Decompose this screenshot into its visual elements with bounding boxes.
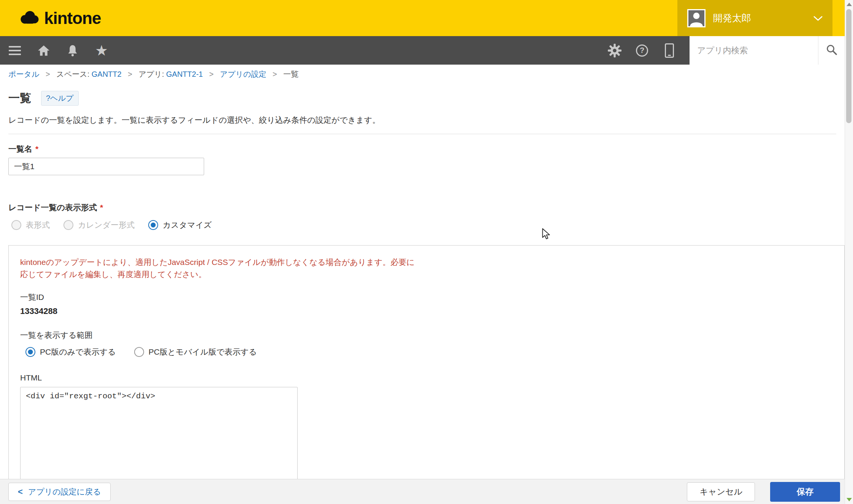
breadcrumb-current: 一覧 [283, 70, 298, 78]
notification-bell-icon[interactable] [65, 43, 80, 58]
divider [8, 134, 836, 134]
html-label: HTML [20, 373, 833, 382]
app-header: kintone 開発太郎 [0, 0, 845, 36]
favorite-star-icon[interactable]: ★ [94, 43, 109, 58]
mouse-cursor [541, 228, 553, 242]
radio-pc-only[interactable]: PC版のみで表示する [25, 347, 116, 357]
breadcrumb-portal[interactable]: ポータル [8, 70, 39, 78]
chevron-down-icon [813, 16, 823, 23]
customize-panel: kintoneのアップデートにより、適用したJavaScript / CSSファ… [8, 245, 845, 504]
cancel-button[interactable]: キャンセル [687, 482, 755, 501]
breadcrumb: ポータル > スペース: GANTT2 > アプリ: GANTT2-1 > アプ… [8, 69, 298, 79]
avatar [687, 9, 706, 27]
breadcrumb-space-link[interactable]: GANTT2 [92, 70, 122, 78]
scroll-up-arrow-icon[interactable] [847, 3, 852, 6]
save-button[interactable]: 保存 [770, 482, 840, 502]
global-toolbar: ★ ? [0, 36, 845, 65]
page-description: レコードの一覧を設定します。一覧に表示するフィールドの選択や、絞り込み条件の設定… [8, 115, 380, 125]
home-icon[interactable] [36, 43, 51, 58]
html-textarea[interactable]: <div id="rexgt-root"></div> [20, 387, 298, 485]
display-scope-label: 一覧を表示する範囲 [20, 330, 833, 341]
radio-circle [25, 347, 35, 357]
radio-circle [63, 220, 73, 230]
update-warning: kintoneのアップデートにより、適用したJavaScript / CSSファ… [20, 256, 833, 281]
hamburger-menu-icon[interactable] [8, 43, 22, 58]
display-scope-options: PC版のみで表示する PC版とモバイル版で表示する [25, 347, 833, 357]
scrollbar-thumb[interactable] [846, 9, 851, 123]
user-menu[interactable]: 開発太郎 [677, 0, 832, 36]
settings-gear-icon[interactable] [607, 43, 622, 58]
help-icon[interactable]: ? [635, 43, 649, 58]
display-format-label: レコード一覧の表示形式* [8, 202, 103, 213]
required-mark: * [100, 203, 103, 212]
list-name-label: 一覧名* [8, 144, 38, 154]
display-format-options: 表形式 カレンダー形式 カスタマイズ [11, 220, 212, 230]
action-bar: < アプリの設定に戻る キャンセル 保存 [0, 479, 845, 504]
search-button[interactable] [818, 36, 845, 65]
back-to-settings-button[interactable]: < アプリの設定に戻る [8, 483, 111, 501]
radio-circle [148, 220, 158, 230]
radio-circle [11, 220, 21, 230]
vertical-scrollbar[interactable] [845, 0, 853, 504]
radio-table-format[interactable]: 表形式 [11, 220, 50, 230]
required-mark: * [35, 144, 38, 153]
breadcrumb-app-prefix: アプリ: [138, 70, 166, 78]
radio-customize-format[interactable]: カスタマイズ [148, 220, 212, 230]
cloud-logo-icon [20, 11, 40, 26]
search-icon [826, 44, 838, 57]
radio-calendar-format[interactable]: カレンダー形式 [63, 220, 135, 230]
page-title: 一覧 [8, 90, 31, 106]
list-id-label: 一覧ID [20, 292, 833, 303]
search-input[interactable] [690, 36, 818, 65]
breadcrumb-app-settings[interactable]: アプリの設定 [220, 70, 266, 78]
logo-text: kintone [44, 9, 101, 28]
app-search [690, 36, 845, 65]
radio-pc-and-mobile[interactable]: PC版とモバイル版で表示する [134, 347, 257, 357]
breadcrumb-app-link[interactable]: GANTT2-1 [166, 70, 203, 78]
list-name-input[interactable] [8, 158, 204, 175]
list-id-value: 13334288 [20, 306, 833, 316]
scroll-down-arrow-icon[interactable] [847, 498, 852, 501]
user-name: 開発太郎 [713, 12, 751, 24]
kintone-logo[interactable]: kintone [20, 0, 101, 36]
breadcrumb-space-prefix: スペース: [56, 70, 92, 78]
chevron-left-icon: < [18, 487, 23, 497]
help-link[interactable]: ?ヘルプ [41, 91, 79, 106]
radio-circle [134, 347, 144, 357]
mobile-view-icon[interactable] [662, 43, 677, 58]
